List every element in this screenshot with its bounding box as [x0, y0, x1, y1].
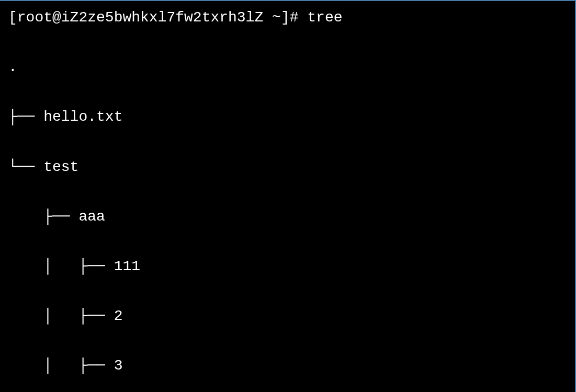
tree-file-hello: ├── hello.txt — [8, 105, 567, 130]
shell-prompt: [root@iZ2ze5bwhkxl7fw2txrh3lZ ~]# — [8, 9, 307, 26]
entered-command[interactable]: tree — [307, 9, 342, 26]
tree-file-111-a: │ ├── 111 — [8, 254, 567, 279]
command-prompt-line: [root@iZ2ze5bwhkxl7fw2txrh3lZ ~]# tree — [8, 5, 567, 30]
tree-command-output: . ├── hello.txt └── test ├── aaa │ ├── 1… — [8, 30, 567, 392]
tree-file-3: │ ├── 3 — [8, 353, 567, 378]
tree-file-2: │ ├── 2 — [8, 304, 567, 329]
tree-root: . — [8, 55, 567, 80]
tree-dir-aaa: ├── aaa — [8, 204, 567, 229]
tree-dir-test: └── test — [8, 155, 567, 180]
